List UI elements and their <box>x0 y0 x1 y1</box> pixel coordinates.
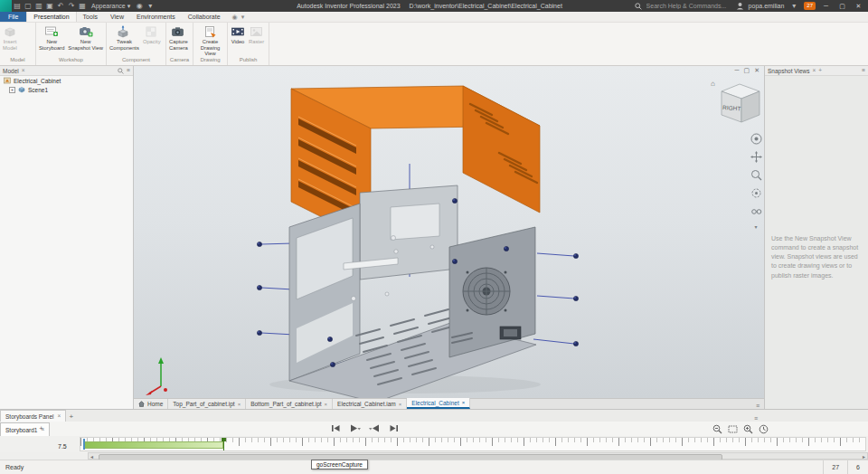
tab-view[interactable]: View <box>104 12 130 22</box>
navigation-wheel-icon[interactable] <box>750 133 762 145</box>
zoom-out-icon[interactable] <box>712 424 722 434</box>
add-panel-icon[interactable]: + <box>66 412 76 422</box>
go-to-start-button[interactable] <box>331 424 341 432</box>
zoom-in-icon[interactable] <box>743 424 753 434</box>
storyboards-panel-tab[interactable]: Storyboards Panel × <box>0 410 66 422</box>
tab-tools[interactable]: Tools <box>77 12 104 22</box>
notification-badge[interactable]: 27 <box>804 2 816 10</box>
restore-button[interactable]: ▢ <box>836 3 848 10</box>
doc-close-icon[interactable]: ✕ <box>754 67 760 74</box>
doc-tabs-menu-icon[interactable]: ≡ <box>751 403 764 409</box>
user-menu-caret-icon[interactable]: ▾ <box>788 2 799 10</box>
browser-close-icon[interactable]: × <box>22 68 25 74</box>
record-icon[interactable]: ◉ <box>134 2 145 10</box>
new-storyboard-button[interactable]: New Storyboard <box>38 24 65 52</box>
browser-root-item[interactable]: Electrical_Cabinet <box>0 76 133 85</box>
cooling-fan <box>463 268 510 315</box>
ribbon-record-icon[interactable]: ◉ <box>232 14 238 21</box>
undo-icon[interactable]: ↶ <box>55 2 66 10</box>
new-snapshot-view-button[interactable]: New Snapshot View <box>67 24 104 52</box>
horizontal-scrollbar[interactable]: ◂ ▸ <box>88 452 868 460</box>
opacity-button[interactable]: Opacity <box>142 24 162 46</box>
go-to-end-button[interactable] <box>389 424 399 432</box>
zoom-window-icon[interactable] <box>728 424 738 434</box>
minimize-button[interactable]: ─ <box>820 3 832 9</box>
search-input[interactable] <box>645 2 731 10</box>
status-text: Ready <box>5 464 24 470</box>
navbar-more-icon[interactable]: ▾ <box>754 223 757 230</box>
ribbon: Insert Model Model New Storyboard <box>0 23 868 66</box>
browser-title: Model <box>3 68 19 74</box>
storyboards-panel-close-icon[interactable]: × <box>57 413 61 420</box>
storyboards-panel-menu-icon[interactable]: ≡ <box>754 415 758 422</box>
pan-icon[interactable] <box>750 151 762 163</box>
create-drawing-view-button[interactable]: Create Drawing View <box>195 24 225 58</box>
zoom-icon[interactable] <box>750 169 762 181</box>
doc-tab-assembly[interactable]: Electrical_Cabinet.iam × <box>333 399 407 409</box>
redo-icon[interactable]: ↷ <box>66 2 77 10</box>
app-title: Autodesk Inventor Professional 2023 <box>297 3 400 9</box>
new-file-icon[interactable]: ▢ <box>23 2 33 10</box>
tab-collaborate[interactable]: Collaborate <box>182 12 227 22</box>
snapshot-panel-close-icon[interactable]: × <box>813 68 816 74</box>
tab-environments[interactable]: Environments <box>130 12 182 22</box>
snapshot-views-panel: Snapshot Views × + ≡ Use the New Snapsho… <box>764 66 868 409</box>
browser-search-icon[interactable] <box>118 68 124 74</box>
orbit-icon[interactable] <box>750 187 762 199</box>
playback-controls <box>331 424 399 432</box>
doc-tab-presentation-active[interactable]: Electrical_Cabinet × <box>407 398 470 409</box>
expand-plus-icon[interactable]: + <box>9 87 15 93</box>
look-at-icon[interactable] <box>750 205 762 217</box>
close-icon[interactable]: × <box>238 402 241 407</box>
doc-tab-home[interactable]: Home <box>134 399 168 409</box>
tweak-components-button[interactable]: Tweak Components <box>108 24 140 52</box>
inventor-logo[interactable] <box>0 0 12 12</box>
3d-scene-exploded-view[interactable] <box>134 66 764 398</box>
doc-tab-bottom-part[interactable]: Bottom_Part_of_cabinet.ipt × <box>246 399 333 409</box>
video-button[interactable]: Video <box>230 24 246 46</box>
quick-access-more-icon[interactable]: ▾ <box>145 2 156 10</box>
play-reverse-button[interactable] <box>369 424 381 432</box>
doc-restore-icon[interactable]: ▢ <box>744 67 750 74</box>
print-icon[interactable]: ▦ <box>77 2 88 10</box>
viewport-3d[interactable]: ─ ▢ ✕ <box>134 66 764 409</box>
storyboard-control-row: Storyboard1 × + <box>0 422 868 436</box>
close-icon[interactable]: × <box>462 400 466 405</box>
user-icon <box>736 2 744 10</box>
insert-model-button[interactable]: Insert Model <box>2 24 18 52</box>
group-label-model: Model <box>0 57 35 65</box>
current-time-value: 7.5 <box>58 443 67 450</box>
gray-chassis-part[interactable] <box>289 185 536 398</box>
group-label-component: Component <box>107 57 165 65</box>
animation-duration-bar[interactable] <box>84 441 223 449</box>
viewcube-face-label: RIGHT <box>722 104 741 111</box>
timeline-ruler[interactable] <box>80 437 866 451</box>
play-button[interactable] <box>349 424 361 432</box>
add-storyboard-icon[interactable]: + <box>36 423 46 433</box>
save-icon[interactable]: ▣ <box>44 2 55 10</box>
view-cube[interactable]: ⌂ RIGHT <box>709 77 764 129</box>
raster-button[interactable]: Raster <box>248 24 265 46</box>
doc-minimize-icon[interactable]: ─ <box>735 67 740 74</box>
close-icon[interactable]: × <box>325 402 328 407</box>
close-icon[interactable]: × <box>399 402 402 407</box>
timeline-playhead[interactable] <box>223 438 224 450</box>
title-bar: ▤ ▢ ▥ ▣ ↶ ↷ ▦ Appearance ▾ ◉ ▾ Autodesk … <box>0 0 868 12</box>
user-name[interactable]: popa.emilian <box>749 3 785 9</box>
doc-tab-top-part[interactable]: Top_Part_of_cabinet.ipt × <box>168 399 246 409</box>
application-menu-icon[interactable]: ▤ <box>12 2 23 10</box>
browser-menu-icon[interactable]: ≡ <box>127 68 130 74</box>
help-search[interactable] <box>635 2 731 10</box>
open-file-icon[interactable]: ▥ <box>33 2 44 10</box>
snapshot-panel-add-icon[interactable]: + <box>818 68 822 74</box>
close-button[interactable]: ✕ <box>853 3 864 10</box>
capture-camera-button[interactable]: Capture Camera <box>168 24 189 52</box>
tab-presentation[interactable]: Presentation <box>26 12 76 22</box>
viewcube-home-icon[interactable]: ⌂ <box>711 80 715 88</box>
tab-file[interactable]: File <box>0 12 26 22</box>
browser-scene-item[interactable]: + Scene1 <box>0 85 133 94</box>
snapshot-panel-menu-icon[interactable]: ≡ <box>862 68 865 74</box>
appearance-dropdown[interactable]: Appearance ▾ <box>91 3 130 10</box>
timeline-clock-icon[interactable] <box>759 424 769 434</box>
ribbon-options-caret-icon[interactable]: ▾ <box>241 14 245 21</box>
